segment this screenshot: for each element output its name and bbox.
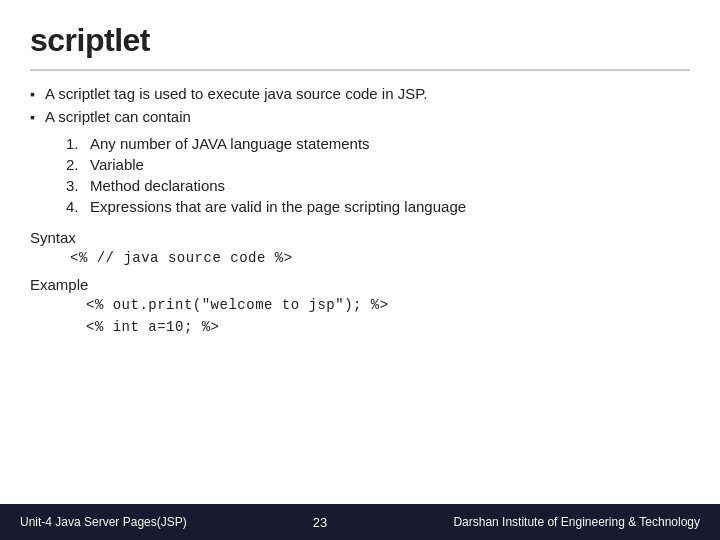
syntax-label: Syntax <box>30 229 690 246</box>
example-code-1: <% out.print("welcome to jsp"); %> <box>86 297 690 313</box>
list-num-3: 3. <box>66 177 90 194</box>
slide: scriptlet A scriptlet tag is used to exe… <box>0 0 720 540</box>
list-text-3: Method declarations <box>90 177 225 194</box>
bullet-list: A scriptlet tag is used to execute java … <box>30 85 690 125</box>
list-item-1: 1. Any number of JAVA language statement… <box>66 135 690 152</box>
footer-page-number: 23 <box>313 515 327 530</box>
list-text-2: Variable <box>90 156 144 173</box>
bullet-item-2: A scriptlet can contain <box>30 108 690 125</box>
footer: Unit-4 Java Server Pages(JSP) 23 Darshan… <box>0 504 720 540</box>
list-item-4: 4. Expressions that are valid in the pag… <box>66 198 690 215</box>
page-title: scriptlet <box>30 22 690 59</box>
main-content: scriptlet A scriptlet tag is used to exe… <box>0 0 720 504</box>
numbered-list: 1. Any number of JAVA language statement… <box>66 135 690 215</box>
list-num-4: 4. <box>66 198 90 215</box>
list-text-1: Any number of JAVA language statements <box>90 135 370 152</box>
syntax-code: <% // java source code %> <box>70 250 690 266</box>
example-code-2: <% int a=10; %> <box>86 319 690 335</box>
list-item-3: 3. Method declarations <box>66 177 690 194</box>
example-label: Example <box>30 276 690 293</box>
title-divider <box>30 69 690 71</box>
list-num-1: 1. <box>66 135 90 152</box>
list-item-2: 2. Variable <box>66 156 690 173</box>
list-num-2: 2. <box>66 156 90 173</box>
footer-left: Unit-4 Java Server Pages(JSP) <box>20 515 187 529</box>
list-text-4: Expressions that are valid in the page s… <box>90 198 466 215</box>
footer-right: Darshan Institute of Engineering & Techn… <box>453 515 700 529</box>
bullet-item-1: A scriptlet tag is used to execute java … <box>30 85 690 102</box>
